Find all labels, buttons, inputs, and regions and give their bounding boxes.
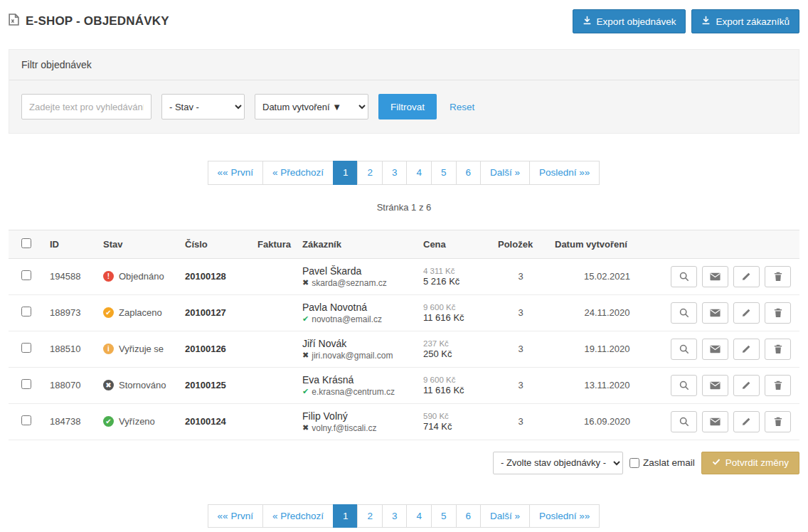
price-gross: 250 Kč xyxy=(423,349,487,359)
row-checkbox[interactable] xyxy=(21,379,31,389)
view-order-button[interactable] xyxy=(671,375,697,396)
filter-button[interactable]: Filtrovat xyxy=(378,94,437,119)
pagination-page-1[interactable]: 1 xyxy=(333,504,358,528)
order-invoice xyxy=(252,367,297,403)
order-created-date: 13.11.2020 xyxy=(549,367,665,403)
row-checkbox[interactable] xyxy=(21,270,31,280)
status-icon: ✖ xyxy=(103,380,114,390)
confirm-changes-button[interactable]: Potvrdit změny xyxy=(701,452,799,474)
trash-icon xyxy=(774,272,782,282)
pagination-first[interactable]: «« První xyxy=(208,504,263,528)
send-email-checkbox-label[interactable]: Zaslat email xyxy=(629,457,695,468)
order-items-count: 3 xyxy=(492,294,549,331)
customer-name: Eva Krásná xyxy=(302,374,412,385)
order-invoice xyxy=(252,403,297,440)
status-icon: i xyxy=(103,344,114,354)
row-checkbox[interactable] xyxy=(21,415,31,425)
reset-link[interactable]: Reset xyxy=(450,102,474,112)
pagination-page-2[interactable]: 2 xyxy=(357,504,383,528)
edit-order-button[interactable] xyxy=(733,266,760,287)
price-net: 9 600 Kč xyxy=(423,303,487,312)
pagination-page-1[interactable]: 1 xyxy=(333,161,358,185)
pagination-last[interactable]: Poslední »» xyxy=(529,504,600,528)
export-orders-label: Export objednávek xyxy=(597,16,676,27)
view-order-button[interactable] xyxy=(671,302,697,324)
send-email-checkbox[interactable] xyxy=(629,458,639,468)
row-actions xyxy=(671,375,794,396)
pagination-page-4[interactable]: 4 xyxy=(406,161,432,185)
delete-order-button[interactable] xyxy=(765,411,791,432)
table-row: 194588 ! Objednáno 20100128 Pavel Škarda… xyxy=(9,258,799,294)
table-row: 188973 ✔ Zaplaceno 20100127 Pavla Novotn… xyxy=(9,294,799,331)
row-actions xyxy=(671,411,794,432)
pagination-page-5[interactable]: 5 xyxy=(431,504,457,528)
delete-order-button[interactable] xyxy=(765,266,791,287)
pagination-next[interactable]: Další » xyxy=(480,504,530,528)
email-order-button[interactable] xyxy=(702,375,728,396)
select-all-checkbox[interactable] xyxy=(21,238,31,248)
trash-icon xyxy=(774,381,782,390)
email-order-button[interactable] xyxy=(702,411,728,432)
filter-controls: - Stav - Datum vytvoření ▼ Filtrovat Res… xyxy=(9,80,799,133)
pagination-prev[interactable]: « Předchozí xyxy=(262,504,334,528)
export-customers-button[interactable]: Export zákazníků xyxy=(691,9,799,33)
order-created-date: 15.02.2021 xyxy=(549,258,665,294)
edit-order-button[interactable] xyxy=(733,411,760,432)
trash-icon xyxy=(774,417,782,427)
status-filter-select[interactable]: - Stav - xyxy=(161,94,245,119)
order-number: 20100124 xyxy=(179,403,252,440)
order-number: 20100126 xyxy=(179,331,252,367)
email-status-icon: ✖ xyxy=(302,424,309,432)
page: E-SHOP - OBJEDNÁVKY Export objednávek Ex… xyxy=(0,0,808,532)
email-order-button[interactable] xyxy=(702,339,728,360)
customer-email: skarda@seznam.cz xyxy=(312,278,387,288)
customer-name: Filip Volný xyxy=(302,410,412,422)
email-order-button[interactable] xyxy=(702,266,728,287)
check-icon xyxy=(712,457,721,468)
pagination-page-2[interactable]: 2 xyxy=(357,161,383,185)
delete-order-button[interactable] xyxy=(765,302,791,324)
view-order-button[interactable] xyxy=(671,411,697,432)
view-order-button[interactable] xyxy=(671,339,697,360)
pagination-last[interactable]: Poslední »» xyxy=(529,161,600,185)
status-icon: ✔ xyxy=(103,416,114,427)
price-net: 590 Kč xyxy=(423,412,487,420)
header-buttons: Export objednávek Export zákazníků xyxy=(573,9,799,33)
pagination-next[interactable]: Další » xyxy=(480,161,530,185)
trash-icon xyxy=(774,308,782,318)
view-order-button[interactable] xyxy=(671,266,697,287)
pagination-first[interactable]: «« První xyxy=(208,161,263,185)
envelope-icon xyxy=(710,309,721,317)
pagination-page-6[interactable]: 6 xyxy=(456,161,482,185)
customer-email-wrap: ✔ e.krasna@centrum.cz xyxy=(302,387,412,397)
price-gross: 11 616 Kč xyxy=(423,385,487,395)
column-header-items: Položek xyxy=(492,230,549,258)
orders-table-wrap: ID Stav Číslo Faktura Zákazník Cena Polo… xyxy=(9,230,799,440)
row-checkbox[interactable] xyxy=(21,343,31,353)
date-sort-select[interactable]: Datum vytvoření ▼ xyxy=(255,94,368,119)
search-input[interactable] xyxy=(21,94,152,119)
delete-order-button[interactable] xyxy=(765,375,791,396)
status-label: Zaplaceno xyxy=(119,307,162,318)
row-checkbox[interactable] xyxy=(21,307,31,316)
pagination-prev[interactable]: « Předchozí xyxy=(262,161,334,185)
pagination-page-4[interactable]: 4 xyxy=(406,504,432,528)
email-status-icon: ✖ xyxy=(302,279,309,287)
edit-order-button[interactable] xyxy=(733,339,760,360)
pagination-page-5[interactable]: 5 xyxy=(431,161,457,185)
customer-name: Jiří Novák xyxy=(302,338,412,349)
bulk-status-select[interactable]: - Zvolte stav objednávky - xyxy=(493,452,623,474)
email-order-button[interactable] xyxy=(702,302,728,324)
export-orders-button[interactable]: Export objednávek xyxy=(573,9,686,33)
pagination-page-6[interactable]: 6 xyxy=(456,504,482,528)
price-net: 9 600 Kč xyxy=(423,376,487,384)
pagination-page-3[interactable]: 3 xyxy=(382,161,408,185)
edit-order-button[interactable] xyxy=(733,302,760,324)
delete-order-button[interactable] xyxy=(765,339,791,360)
edit-order-button[interactable] xyxy=(733,375,760,396)
order-number: 20100127 xyxy=(179,294,252,331)
customer-email: e.krasna@centrum.cz xyxy=(312,387,395,397)
pagination-page-3[interactable]: 3 xyxy=(382,504,408,528)
order-id: 188973 xyxy=(44,294,97,331)
email-status-icon: ✔ xyxy=(302,388,309,395)
